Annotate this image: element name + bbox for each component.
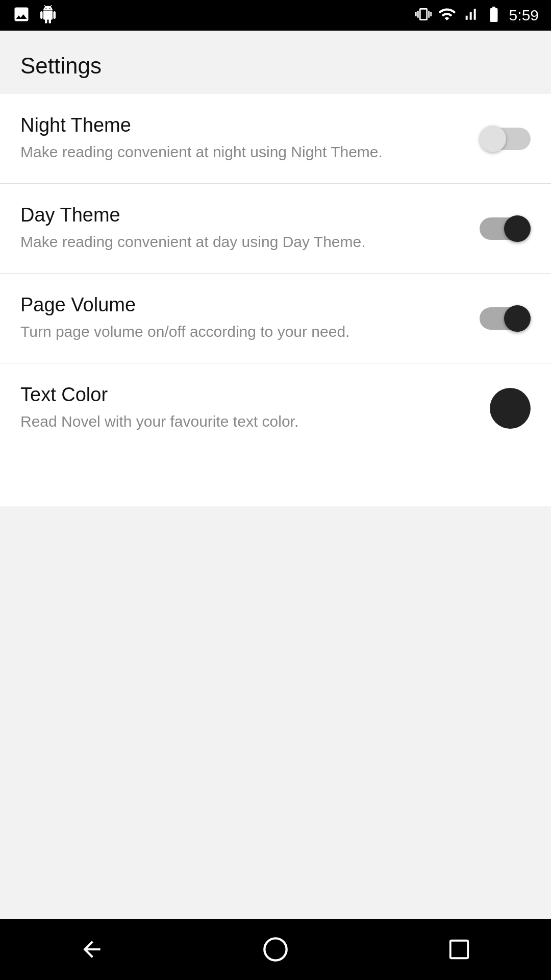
home-button[interactable] — [245, 929, 306, 970]
page-volume-title: Page Volume — [20, 294, 459, 316]
day-theme-text: Day Theme Make reading convenient at day… — [20, 204, 459, 253]
android-icon — [39, 5, 57, 26]
nav-bar — [0, 919, 551, 980]
page-volume-toggle[interactable] — [480, 305, 531, 332]
text-color-desc: Read Novel with your favourite text colo… — [20, 411, 469, 432]
night-theme-title: Night Theme — [20, 114, 459, 136]
status-bar-right-icons: 5:59 — [415, 5, 539, 26]
svg-point-0 — [264, 938, 286, 960]
text-color-text: Text Color Read Novel with your favourit… — [20, 384, 469, 432]
page-volume-desc: Turn page volume on/off according to you… — [20, 321, 459, 342]
svg-rect-1 — [450, 941, 468, 959]
settings-list: Night Theme Make reading convenient at n… — [0, 94, 551, 506]
signal-icon — [462, 6, 479, 24]
night-theme-item[interactable]: Night Theme Make reading convenient at n… — [0, 94, 551, 184]
page-volume-toggle-thumb — [504, 305, 531, 332]
empty-space — [0, 506, 551, 919]
page-volume-item[interactable]: Page Volume Turn page volume on/off acco… — [0, 274, 551, 363]
vibrate-icon — [415, 6, 432, 24]
text-color-item[interactable]: Text Color Read Novel with your favourit… — [0, 363, 551, 453]
recents-icon — [447, 938, 471, 961]
text-color-picker[interactable] — [490, 388, 531, 429]
night-theme-text: Night Theme Make reading convenient at n… — [20, 114, 459, 163]
battery-icon — [485, 5, 503, 26]
day-theme-toggle[interactable] — [480, 215, 531, 242]
wifi-icon — [438, 5, 456, 26]
back-icon — [79, 937, 105, 962]
night-theme-desc: Make reading convenient at night using N… — [20, 141, 459, 163]
main-content: Settings Night Theme Make reading conven… — [0, 31, 551, 919]
status-bar: 5:59 — [0, 0, 551, 31]
night-theme-toggle-thumb — [480, 126, 506, 152]
page-volume-text: Page Volume Turn page volume on/off acco… — [20, 294, 459, 342]
text-color-title: Text Color — [20, 384, 469, 406]
day-theme-item[interactable]: Day Theme Make reading convenient at day… — [0, 184, 551, 274]
back-button[interactable] — [61, 929, 122, 970]
home-icon — [262, 936, 289, 963]
status-bar-left-icons — [12, 5, 57, 26]
night-theme-toggle[interactable] — [480, 126, 531, 152]
status-time: 5:59 — [509, 7, 539, 24]
day-theme-desc: Make reading convenient at day using Day… — [20, 231, 459, 253]
day-theme-toggle-thumb — [504, 215, 531, 242]
page-title: Settings — [0, 31, 551, 94]
recents-button[interactable] — [429, 929, 490, 970]
day-theme-title: Day Theme — [20, 204, 459, 226]
image-icon — [12, 5, 31, 26]
